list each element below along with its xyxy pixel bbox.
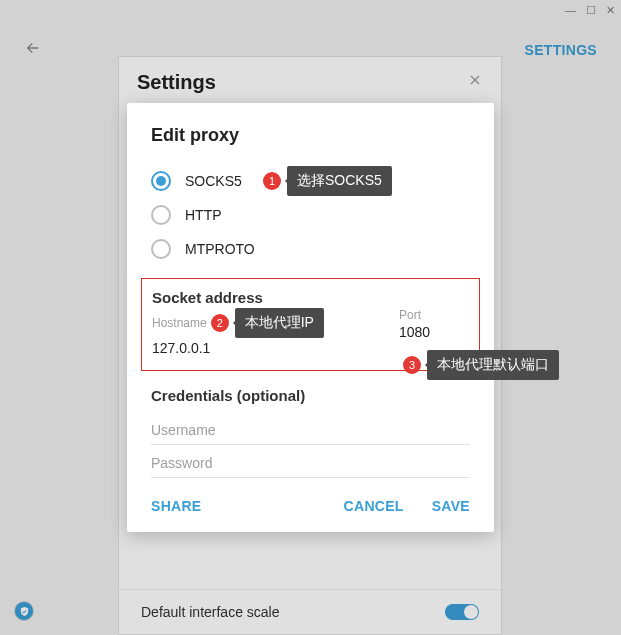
annotation-tip-3: 本地代理默认端口 bbox=[427, 350, 559, 380]
hostname-value: 127.0.0.1 bbox=[152, 340, 375, 356]
annotation-tip-1: 选择SOCKS5 bbox=[287, 166, 392, 196]
radio-icon bbox=[151, 239, 171, 259]
credentials-label: Credentials (optional) bbox=[151, 387, 470, 404]
hostname-field[interactable]: Hostname 2 本地代理IP 127.0.0.1 bbox=[152, 308, 375, 356]
annotation-badge-2: 2 bbox=[211, 314, 229, 332]
proxy-type-socks5[interactable]: SOCKS5 1 选择SOCKS5 bbox=[151, 164, 470, 198]
share-button[interactable]: SHARE bbox=[151, 498, 202, 514]
cancel-button[interactable]: CANCEL bbox=[344, 498, 404, 514]
annotation-badge-1: 1 bbox=[263, 172, 281, 190]
radio-label: SOCKS5 bbox=[185, 173, 242, 189]
radio-icon bbox=[151, 171, 171, 191]
dialog-title: Edit proxy bbox=[151, 125, 470, 146]
edit-proxy-dialog: Edit proxy SOCKS5 1 选择SOCKS5 HTTP MTPROT… bbox=[127, 103, 494, 532]
annotation-tip-2: 本地代理IP bbox=[235, 308, 324, 338]
proxy-type-http[interactable]: HTTP bbox=[151, 198, 470, 232]
username-input[interactable] bbox=[151, 412, 470, 445]
save-button[interactable]: SAVE bbox=[432, 498, 470, 514]
proxy-type-mtproto[interactable]: MTPROTO bbox=[151, 232, 470, 266]
socket-address-label: Socket address bbox=[152, 289, 469, 306]
annotation-3: 3 本地代理默认端口 bbox=[403, 350, 559, 380]
port-label: Port bbox=[399, 308, 469, 322]
dialog-actions: SHARE CANCEL SAVE bbox=[127, 478, 494, 532]
port-value: 1080 bbox=[399, 324, 469, 340]
radio-label: HTTP bbox=[185, 207, 222, 223]
hostname-label: Hostname bbox=[152, 316, 207, 330]
annotation-badge-3: 3 bbox=[403, 356, 421, 374]
password-input[interactable] bbox=[151, 445, 470, 478]
radio-label: MTPROTO bbox=[185, 241, 255, 257]
radio-icon bbox=[151, 205, 171, 225]
port-field[interactable]: Port 1080 bbox=[399, 308, 469, 356]
